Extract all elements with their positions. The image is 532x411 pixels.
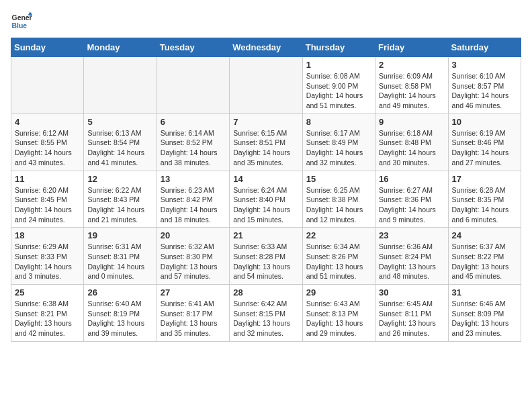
- calendar-day-12: 12Sunrise: 6:22 AM Sunset: 8:43 PM Dayli…: [84, 171, 157, 228]
- calendar-day-2: 2Sunrise: 6:09 AM Sunset: 8:58 PM Daylig…: [375, 57, 448, 114]
- calendar-empty: [157, 57, 229, 114]
- day-number: 13: [161, 174, 226, 184]
- day-number: 16: [379, 174, 444, 184]
- day-number: 14: [233, 174, 298, 184]
- calendar-empty: [230, 57, 302, 114]
- calendar-week-2: 4Sunrise: 6:12 AM Sunset: 8:55 PM Daylig…: [11, 113, 521, 171]
- day-info: Sunrise: 6:29 AM Sunset: 8:33 PM Dayligh…: [15, 242, 80, 281]
- calendar-day-17: 17Sunrise: 6:28 AM Sunset: 8:35 PM Dayli…: [448, 171, 521, 228]
- day-number: 28: [233, 287, 298, 298]
- day-info: Sunrise: 6:37 AM Sunset: 8:22 PM Dayligh…: [452, 242, 517, 281]
- day-info: Sunrise: 6:38 AM Sunset: 8:21 PM Dayligh…: [15, 299, 80, 338]
- calendar-day-10: 10Sunrise: 6:19 AM Sunset: 8:46 PM Dayli…: [448, 113, 521, 171]
- calendar-day-14: 14Sunrise: 6:24 AM Sunset: 8:40 PM Dayli…: [230, 171, 302, 228]
- day-number: 27: [161, 287, 226, 298]
- day-info: Sunrise: 6:13 AM Sunset: 8:54 PM Dayligh…: [87, 128, 152, 168]
- calendar-day-21: 21Sunrise: 6:33 AM Sunset: 8:28 PM Dayli…: [230, 228, 302, 285]
- day-info: Sunrise: 6:32 AM Sunset: 8:30 PM Dayligh…: [161, 242, 226, 281]
- calendar-day-1: 1Sunrise: 6:08 AM Sunset: 9:00 PM Daylig…: [302, 57, 375, 114]
- day-number: 12: [87, 174, 152, 184]
- day-number: 29: [306, 287, 371, 298]
- day-info: Sunrise: 6:24 AM Sunset: 8:40 PM Dayligh…: [233, 185, 298, 225]
- day-number: 7: [233, 117, 298, 127]
- day-number: 22: [306, 230, 371, 240]
- calendar-day-28: 28Sunrise: 6:42 AM Sunset: 8:15 PM Dayli…: [230, 285, 302, 342]
- calendar-week-5: 25Sunrise: 6:38 AM Sunset: 8:21 PM Dayli…: [11, 285, 521, 342]
- calendar-day-3: 3Sunrise: 6:10 AM Sunset: 8:57 PM Daylig…: [448, 57, 521, 114]
- calendar-day-15: 15Sunrise: 6:25 AM Sunset: 8:38 PM Dayli…: [302, 171, 375, 228]
- calendar-day-18: 18Sunrise: 6:29 AM Sunset: 8:33 PM Dayli…: [11, 228, 84, 285]
- weekday-header-thursday: Thursday: [302, 38, 375, 57]
- day-number: 2: [379, 60, 444, 70]
- day-info: Sunrise: 6:08 AM Sunset: 9:00 PM Dayligh…: [306, 71, 371, 111]
- calendar-day-25: 25Sunrise: 6:38 AM Sunset: 8:21 PM Dayli…: [11, 285, 84, 342]
- day-info: Sunrise: 6:36 AM Sunset: 8:24 PM Dayligh…: [379, 242, 444, 281]
- day-number: 21: [233, 230, 298, 240]
- calendar-day-23: 23Sunrise: 6:36 AM Sunset: 8:24 PM Dayli…: [375, 228, 448, 285]
- day-info: Sunrise: 6:20 AM Sunset: 8:45 PM Dayligh…: [15, 185, 80, 225]
- weekday-header-monday: Monday: [84, 38, 157, 57]
- day-number: 3: [452, 60, 517, 70]
- calendar-day-9: 9Sunrise: 6:18 AM Sunset: 8:48 PM Daylig…: [375, 113, 448, 171]
- day-info: Sunrise: 6:18 AM Sunset: 8:48 PM Dayligh…: [379, 128, 444, 168]
- day-number: 17: [452, 174, 517, 184]
- calendar-day-20: 20Sunrise: 6:32 AM Sunset: 8:30 PM Dayli…: [157, 228, 229, 285]
- weekday-header-tuesday: Tuesday: [157, 38, 229, 57]
- day-info: Sunrise: 6:27 AM Sunset: 8:36 PM Dayligh…: [379, 185, 444, 225]
- calendar-day-6: 6Sunrise: 6:14 AM Sunset: 8:52 PM Daylig…: [157, 113, 229, 171]
- day-info: Sunrise: 6:15 AM Sunset: 8:51 PM Dayligh…: [233, 128, 298, 168]
- day-info: Sunrise: 6:23 AM Sunset: 8:42 PM Dayligh…: [161, 185, 226, 225]
- day-info: Sunrise: 6:25 AM Sunset: 8:38 PM Dayligh…: [306, 185, 371, 225]
- day-number: 20: [161, 230, 226, 240]
- day-number: 11: [15, 174, 80, 184]
- weekday-header-row: SundayMondayTuesdayWednesdayThursdayFrid…: [11, 38, 521, 57]
- day-info: Sunrise: 6:12 AM Sunset: 8:55 PM Dayligh…: [15, 128, 80, 168]
- calendar-day-7: 7Sunrise: 6:15 AM Sunset: 8:51 PM Daylig…: [230, 113, 302, 171]
- calendar-day-11: 11Sunrise: 6:20 AM Sunset: 8:45 PM Dayli…: [11, 171, 84, 228]
- calendar-day-24: 24Sunrise: 6:37 AM Sunset: 8:22 PM Dayli…: [448, 228, 521, 285]
- day-info: Sunrise: 6:17 AM Sunset: 8:49 PM Dayligh…: [306, 128, 371, 168]
- day-info: Sunrise: 6:09 AM Sunset: 8:58 PM Dayligh…: [379, 71, 444, 111]
- day-number: 30: [379, 287, 444, 298]
- day-info: Sunrise: 6:22 AM Sunset: 8:43 PM Dayligh…: [87, 185, 152, 225]
- day-info: Sunrise: 6:14 AM Sunset: 8:52 PM Dayligh…: [161, 128, 226, 168]
- calendar-day-27: 27Sunrise: 6:41 AM Sunset: 8:17 PM Dayli…: [157, 285, 229, 342]
- calendar-day-22: 22Sunrise: 6:34 AM Sunset: 8:26 PM Dayli…: [302, 228, 375, 285]
- calendar-empty: [11, 57, 84, 114]
- calendar-week-4: 18Sunrise: 6:29 AM Sunset: 8:33 PM Dayli…: [11, 228, 521, 285]
- weekday-header-sunday: Sunday: [11, 38, 84, 57]
- day-number: 4: [15, 117, 80, 127]
- weekday-header-wednesday: Wednesday: [230, 38, 302, 57]
- day-info: Sunrise: 6:40 AM Sunset: 8:19 PM Dayligh…: [87, 299, 152, 338]
- day-number: 8: [306, 117, 371, 127]
- calendar-day-8: 8Sunrise: 6:17 AM Sunset: 8:49 PM Daylig…: [302, 113, 375, 171]
- weekday-header-saturday: Saturday: [448, 38, 521, 57]
- calendar-day-16: 16Sunrise: 6:27 AM Sunset: 8:36 PM Dayli…: [375, 171, 448, 228]
- day-info: Sunrise: 6:46 AM Sunset: 8:09 PM Dayligh…: [452, 299, 517, 338]
- day-info: Sunrise: 6:41 AM Sunset: 8:17 PM Dayligh…: [161, 299, 226, 338]
- calendar-empty: [84, 57, 157, 114]
- calendar-week-1: 1Sunrise: 6:08 AM Sunset: 9:00 PM Daylig…: [11, 57, 521, 114]
- day-info: Sunrise: 6:10 AM Sunset: 8:57 PM Dayligh…: [452, 71, 517, 111]
- day-info: Sunrise: 6:33 AM Sunset: 8:28 PM Dayligh…: [233, 242, 298, 281]
- calendar-day-4: 4Sunrise: 6:12 AM Sunset: 8:55 PM Daylig…: [11, 113, 84, 171]
- calendar-day-5: 5Sunrise: 6:13 AM Sunset: 8:54 PM Daylig…: [84, 113, 157, 171]
- day-number: 9: [379, 117, 444, 127]
- day-number: 15: [306, 174, 371, 184]
- weekday-header-friday: Friday: [375, 38, 448, 57]
- page-header: General Blue: [11, 11, 521, 32]
- day-info: Sunrise: 6:34 AM Sunset: 8:26 PM Dayligh…: [306, 242, 371, 281]
- day-info: Sunrise: 6:31 AM Sunset: 8:31 PM Dayligh…: [87, 242, 152, 281]
- svg-text:General: General: [12, 14, 32, 21]
- day-info: Sunrise: 6:45 AM Sunset: 8:11 PM Dayligh…: [379, 299, 444, 338]
- calendar-day-31: 31Sunrise: 6:46 AM Sunset: 8:09 PM Dayli…: [448, 285, 521, 342]
- day-number: 1: [306, 60, 371, 70]
- day-number: 26: [87, 287, 152, 298]
- day-number: 25: [15, 287, 80, 298]
- calendar-table: SundayMondayTuesdayWednesdayThursdayFrid…: [11, 38, 521, 342]
- calendar-day-13: 13Sunrise: 6:23 AM Sunset: 8:42 PM Dayli…: [157, 171, 229, 228]
- calendar-day-29: 29Sunrise: 6:43 AM Sunset: 8:13 PM Dayli…: [302, 285, 375, 342]
- calendar-day-26: 26Sunrise: 6:40 AM Sunset: 8:19 PM Dayli…: [84, 285, 157, 342]
- day-number: 18: [15, 230, 80, 240]
- logo: General Blue: [11, 11, 32, 32]
